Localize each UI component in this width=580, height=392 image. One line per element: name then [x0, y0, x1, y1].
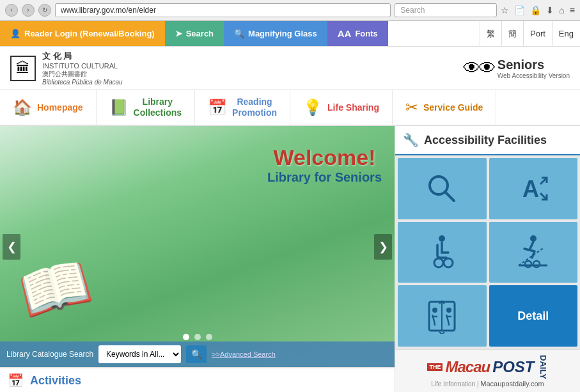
- fonts-button[interactable]: AA Fonts: [327, 21, 388, 46]
- refresh-button[interactable]: ↻: [38, 4, 51, 17]
- content-wrapper: f ✉ 📖 Welcome! Library for Seniors ❮ ❯: [0, 126, 580, 392]
- bulb-icon: 💡: [303, 98, 322, 116]
- org-name-en: INSTITUTO CULTURAL: [42, 62, 123, 70]
- accessibility-magnify-cell[interactable]: [398, 158, 487, 219]
- lang-trad-label: 繁: [487, 28, 495, 40]
- catalogue-search-button[interactable]: 🔍: [186, 345, 207, 363]
- activities-calendar-icon: 📅: [8, 373, 24, 388]
- seniors-title: Seniors: [498, 58, 570, 72]
- arrow-icon: ➤: [175, 29, 182, 38]
- nav-reading-promotion[interactable]: 📅 ReadingPromotion: [195, 90, 290, 125]
- logo-icon: 🏛: [16, 60, 30, 77]
- site-header: 🏛 文 化 局 INSTITUTO CULTURAL 澳門公共圖書館 Bibli…: [0, 47, 580, 90]
- library-name-pt: Biblioteca Pública de Macau: [42, 79, 123, 86]
- menu-icon[interactable]: ≡: [570, 5, 575, 15]
- nav-library-collections[interactable]: 📗 LibraryCollections: [97, 90, 195, 125]
- accessibility-grid: A: [395, 155, 580, 349]
- magnifying-glass-button[interactable]: 🔍 Magnifying Glass: [224, 21, 327, 46]
- toolbar-icons: ☆ 📄 🔒 ⬇ ⌂ ≡: [501, 5, 575, 15]
- advanced-search-link[interactable]: >>Advanced Search: [212, 350, 276, 358]
- bookmark-icon[interactable]: ☆: [501, 5, 509, 15]
- address-bar[interactable]: www.library.gov.mo/en/elder: [55, 3, 391, 17]
- lang-trad-button[interactable]: 繁: [480, 21, 501, 46]
- macaupost-url: Macaupostdaily.com: [480, 380, 544, 388]
- daily-text: DAILY: [538, 355, 548, 379]
- search-label: Search: [186, 29, 214, 38]
- url-text: www.library.gov.mo/en/elder: [61, 6, 156, 15]
- org-name-cn: 文 化 局: [42, 51, 123, 62]
- seniors-sub: Web Accessibility Version: [498, 72, 570, 79]
- nav-homepage-label: Homepage: [37, 102, 83, 113]
- main-navigation: 🏠 Homepage 📗 LibraryCollections 📅 Readin…: [0, 90, 580, 126]
- banner-next-button[interactable]: ❯: [374, 234, 392, 260]
- lang-port-label: Port: [530, 29, 545, 38]
- next-icon: ❯: [379, 240, 388, 254]
- nav-reading-label: ReadingPromotion: [232, 97, 277, 118]
- reader-view-icon[interactable]: 📄: [514, 5, 525, 15]
- nav-service-label: Service Guide: [423, 102, 483, 113]
- reader-login-label: Reader Login (Renewal/Booking): [24, 29, 155, 38]
- accessibility-ramp-cell[interactable]: [489, 222, 578, 283]
- accessibility-detail-cell[interactable]: Detail: [489, 285, 578, 347]
- logo-area: 🏛 文 化 局 INSTITUTO CULTURAL 澳門公共圖書館 Bibli…: [10, 51, 123, 86]
- reader-login-button[interactable]: 👤 Reader Login (Renewal/Booking): [0, 21, 165, 46]
- banner-arrows: ❮ ❯: [0, 234, 395, 260]
- nav-life-sharing[interactable]: 💡 Life Sharing: [290, 90, 393, 125]
- seniors-icon: 👁👁: [463, 58, 494, 79]
- reader-login-icon: 👤: [10, 29, 20, 38]
- browser-toolbar: ‹ › ↻ www.library.gov.mo/en/elder Search…: [0, 0, 580, 20]
- catalogue-search-label: Library Catalogue Search: [6, 350, 93, 359]
- text-resize-cell-icon: A: [517, 173, 549, 205]
- post-text: POST: [492, 358, 534, 376]
- ramp-cell-icon: [515, 235, 551, 270]
- lang-simp-label: 簡: [508, 28, 517, 40]
- banner-dot-2[interactable]: [194, 334, 201, 340]
- home-nav-icon[interactable]: ⌂: [559, 5, 564, 15]
- logo-box: 🏛: [10, 56, 36, 81]
- browser-search-bar[interactable]: Search: [395, 3, 497, 17]
- right-panel: 🔧 Accessibility Facilities A: [395, 126, 580, 392]
- banner-subtitle-text: Library for Seniors: [267, 170, 382, 185]
- accessibility-wheelchair-cell[interactable]: [398, 222, 487, 283]
- prev-icon: ❮: [7, 240, 17, 254]
- catalogue-search-select[interactable]: Keywords in All...: [98, 345, 181, 363]
- banner-dot-3[interactable]: [206, 334, 212, 340]
- library-icon: 📗: [109, 98, 129, 116]
- calendar-icon: 📅: [208, 98, 227, 116]
- download-icon[interactable]: ⬇: [546, 5, 554, 15]
- banner-text-block: Welcome! Library for Seniors: [267, 145, 382, 185]
- elevator-cell-icon: [426, 299, 458, 334]
- lang-port-button[interactable]: Port: [523, 21, 552, 46]
- lang-simp-button[interactable]: 簡: [501, 21, 523, 46]
- banner: 📖 Welcome! Library for Seniors ❮ ❯: [0, 126, 395, 367]
- activities-bar: 📅 Activities: [0, 367, 395, 392]
- left-content: f ✉ 📖 Welcome! Library for Seniors ❮ ❯: [0, 126, 395, 392]
- back-icon: ‹: [10, 6, 12, 13]
- search-button[interactable]: ➤ Search: [165, 21, 224, 46]
- back-button[interactable]: ‹: [5, 4, 18, 17]
- seniors-text: Seniors Web Accessibility Version: [498, 58, 570, 79]
- svg-point-11: [432, 308, 437, 313]
- action-bar: 👤 Reader Login (Renewal/Booking) ➤ Searc…: [0, 21, 580, 47]
- forward-button[interactable]: ›: [22, 4, 35, 17]
- banner-prev-button[interactable]: ❮: [3, 234, 20, 260]
- search-btn-icon: 🔍: [191, 349, 202, 359]
- banner-book-illustration: 📖: [12, 247, 98, 330]
- svg-line-1: [446, 192, 454, 201]
- accessibility-text-resize-cell[interactable]: A: [489, 158, 578, 219]
- banner-dot-1[interactable]: [183, 334, 189, 340]
- nav-service-guide[interactable]: ✂ Service Guide: [393, 90, 496, 125]
- accessibility-title: Accessibility Facilities: [424, 134, 547, 147]
- browser-chrome: ‹ › ↻ www.library.gov.mo/en/elder Search…: [0, 0, 580, 21]
- macau-post-logo: Macau: [445, 358, 490, 376]
- scissors-icon: ✂: [405, 98, 418, 116]
- lang-eng-button[interactable]: Eng: [552, 21, 580, 46]
- library-name-cn: 澳門公共圖書館: [42, 70, 123, 79]
- nav-homepage[interactable]: 🏠 Homepage: [0, 90, 97, 125]
- accessibility-elevator-cell[interactable]: [398, 285, 487, 347]
- catalogue-search-bar: Library Catalogue Search Keywords in All…: [0, 341, 395, 367]
- svg-point-5: [444, 258, 453, 267]
- lock-icon[interactable]: 🔒: [530, 5, 541, 15]
- ad-url: Life Information | Macaupostdaily.com: [431, 380, 544, 388]
- svg-text:A: A: [522, 176, 539, 202]
